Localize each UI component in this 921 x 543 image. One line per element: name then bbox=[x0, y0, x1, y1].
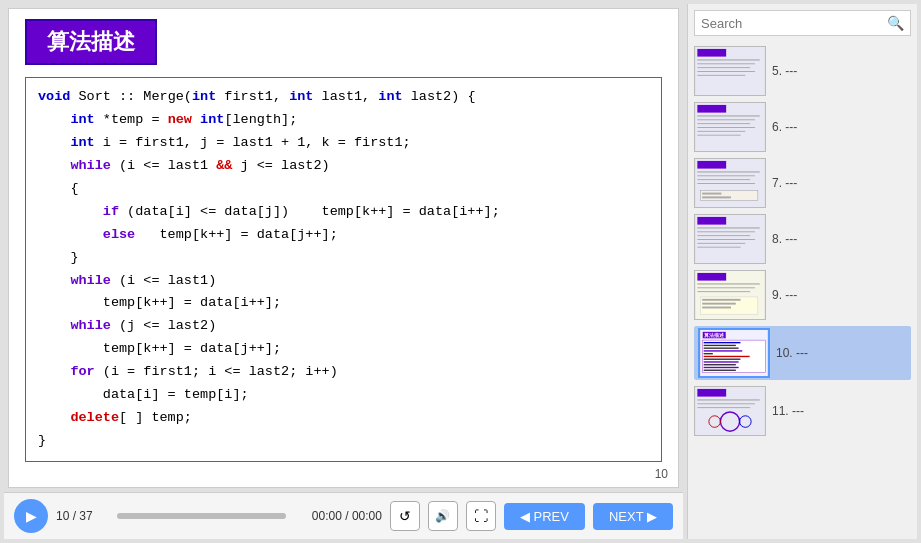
svg-rect-23 bbox=[702, 196, 731, 198]
svg-rect-11 bbox=[697, 123, 750, 124]
svg-rect-26 bbox=[697, 227, 759, 228]
thumbnail-img-5 bbox=[694, 46, 766, 96]
svg-rect-58 bbox=[697, 399, 759, 400]
thumbnail-item-6[interactable]: 6. --- bbox=[694, 102, 911, 152]
svg-rect-20 bbox=[697, 183, 755, 184]
code-line-2: int *temp = new int[length]; bbox=[38, 109, 649, 132]
svg-rect-46 bbox=[704, 345, 736, 346]
svg-rect-47 bbox=[704, 347, 739, 348]
svg-rect-9 bbox=[697, 115, 759, 116]
svg-rect-14 bbox=[697, 135, 740, 136]
thumb-label-6: 6. --- bbox=[772, 120, 797, 134]
svg-rect-30 bbox=[697, 243, 745, 244]
thumb-label-5: 5. --- bbox=[772, 64, 797, 78]
svg-rect-17 bbox=[697, 171, 759, 172]
svg-rect-39 bbox=[702, 303, 736, 305]
slide-title: 算法描述 bbox=[25, 19, 157, 65]
progress-bar[interactable] bbox=[117, 513, 286, 519]
thumb-label-11: 11. --- bbox=[772, 404, 804, 418]
thumb-label-8: 8. --- bbox=[772, 232, 797, 246]
code-line-4: while (i <= last1 && j <= last2) bbox=[38, 155, 649, 178]
svg-rect-16 bbox=[697, 161, 726, 169]
code-line-14: data[i] = temp[i]; bbox=[38, 384, 649, 407]
svg-rect-53 bbox=[704, 364, 736, 365]
svg-rect-51 bbox=[704, 359, 741, 360]
svg-rect-49 bbox=[704, 353, 713, 354]
refresh-button[interactable]: ↺ bbox=[390, 501, 420, 531]
svg-rect-25 bbox=[697, 217, 726, 225]
svg-rect-33 bbox=[697, 273, 726, 281]
code-line-11: while (j <= last2) bbox=[38, 315, 649, 338]
svg-rect-50 bbox=[704, 356, 750, 357]
thumbnail-item-7[interactable]: 7. --- bbox=[694, 158, 911, 208]
svg-rect-5 bbox=[697, 71, 755, 72]
sidebar: 🔍 5. --- bbox=[687, 4, 917, 539]
code-block: void Sort :: Merge(int first1, int last1… bbox=[25, 77, 662, 462]
svg-rect-10 bbox=[697, 119, 755, 120]
code-line-13: for (i = first1; i <= last2; i++) bbox=[38, 361, 649, 384]
thumbnail-img-7 bbox=[694, 158, 766, 208]
svg-rect-18 bbox=[697, 175, 755, 176]
svg-rect-22 bbox=[702, 193, 721, 195]
svg-rect-54 bbox=[704, 367, 739, 368]
volume-button[interactable]: 🔊 bbox=[428, 501, 458, 531]
code-line-10: temp[k++] = data[i++]; bbox=[38, 292, 649, 315]
svg-text:算法描述: 算法描述 bbox=[704, 332, 725, 338]
svg-rect-29 bbox=[697, 239, 755, 240]
svg-rect-4 bbox=[697, 67, 750, 68]
svg-rect-8 bbox=[697, 105, 726, 113]
svg-rect-52 bbox=[704, 361, 739, 362]
svg-rect-1 bbox=[697, 49, 726, 57]
slide-area: 算法描述 void Sort :: Merge(int first1, int … bbox=[8, 8, 679, 488]
thumbnail-item-5[interactable]: 5. --- bbox=[694, 46, 911, 96]
thumb-label-9: 9. --- bbox=[772, 288, 797, 302]
svg-rect-60 bbox=[697, 407, 750, 408]
svg-rect-45 bbox=[704, 342, 741, 343]
thumbnail-img-11 bbox=[694, 386, 766, 436]
play-button[interactable]: ▶ bbox=[14, 499, 48, 533]
svg-rect-48 bbox=[704, 350, 743, 351]
svg-rect-27 bbox=[697, 231, 755, 232]
svg-rect-57 bbox=[697, 389, 726, 397]
slide-counter: 10 / 37 bbox=[56, 509, 111, 523]
thumbnail-img-8 bbox=[694, 214, 766, 264]
slide-number: 10 bbox=[655, 467, 668, 481]
code-line-6: if (data[i] <= data[j]) temp[k++] = data… bbox=[38, 201, 649, 224]
code-line-8: } bbox=[38, 247, 649, 270]
svg-rect-12 bbox=[697, 127, 755, 128]
code-line-5: { bbox=[38, 178, 649, 201]
svg-rect-31 bbox=[697, 247, 740, 248]
fullscreen-button[interactable]: ⛶ bbox=[466, 501, 496, 531]
svg-rect-6 bbox=[697, 75, 745, 76]
svg-rect-19 bbox=[697, 179, 750, 180]
kw-void: void bbox=[38, 89, 70, 104]
thumbnail-img-6 bbox=[694, 102, 766, 152]
svg-rect-55 bbox=[704, 370, 736, 371]
next-button[interactable]: NEXT ▶ bbox=[593, 503, 673, 530]
thumbnail-item-11[interactable]: 11. --- bbox=[694, 386, 911, 436]
svg-rect-34 bbox=[697, 283, 759, 284]
code-line-16: } bbox=[38, 430, 649, 453]
thumbnail-item-10[interactable]: 算法描述 10. --- bbox=[694, 326, 911, 380]
prev-button[interactable]: ◀ PREV bbox=[504, 503, 585, 530]
thumbnail-item-9[interactable]: 9. --- bbox=[694, 270, 911, 320]
svg-rect-36 bbox=[697, 291, 750, 292]
search-input[interactable] bbox=[701, 16, 887, 31]
controls-bar: ▶ 10 / 37 00:00 / 00:00 ↺ 🔊 ⛶ ◀ PREV NEX… bbox=[4, 492, 683, 539]
thumbnail-list: 5. --- 6. --- bbox=[688, 42, 917, 539]
thumbnail-img-9 bbox=[694, 270, 766, 320]
svg-rect-28 bbox=[697, 235, 750, 236]
time-display: 00:00 / 00:00 bbox=[292, 509, 382, 523]
svg-rect-59 bbox=[697, 403, 755, 404]
code-line-3: int i = first1, j = last1 + 1, k = first… bbox=[38, 132, 649, 155]
thumbnail-item-8[interactable]: 8. --- bbox=[694, 214, 911, 264]
search-icon[interactable]: 🔍 bbox=[887, 15, 904, 31]
svg-rect-13 bbox=[697, 131, 745, 132]
svg-rect-2 bbox=[697, 59, 759, 60]
search-bar: 🔍 bbox=[694, 10, 911, 36]
svg-rect-35 bbox=[697, 287, 755, 288]
code-line-15: delete[ ] temp; bbox=[38, 407, 649, 430]
svg-rect-21 bbox=[700, 191, 758, 201]
progress-area: 10 / 37 00:00 / 00:00 bbox=[56, 509, 382, 523]
thumb-label-10: 10. --- bbox=[776, 346, 808, 360]
